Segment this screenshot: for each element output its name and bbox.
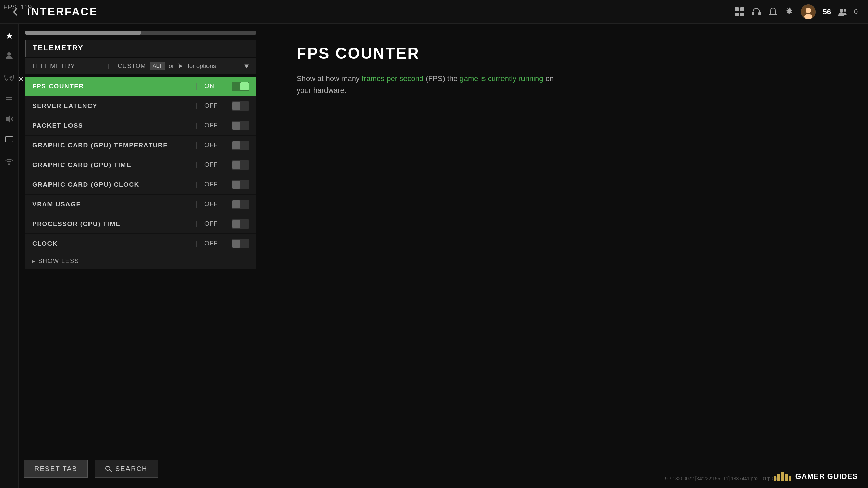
table-row[interactable]: CLOCK|OFF: [25, 234, 256, 253]
gg-bar-1: [774, 476, 776, 481]
sidebar-icon-wifi[interactable]: [5, 157, 14, 168]
setting-name: SERVER LATENCY: [32, 102, 189, 110]
setting-name: CLOCK: [32, 240, 189, 247]
toggle-knob: [232, 181, 240, 189]
setting-value: OFF: [204, 220, 232, 227]
version-text: 9.7.13200072 [34:222:1561+1] 1887441:pp2…: [665, 476, 780, 481]
headset-icon[interactable]: [751, 7, 762, 17]
friends-icon[interactable]: [838, 7, 847, 17]
svg-rect-2: [735, 13, 739, 16]
toggle-switch[interactable]: [232, 219, 249, 229]
toggle-knob: [232, 220, 240, 228]
gg-bar-4: [785, 474, 788, 481]
settings-rows: FPS COUNTER|ONSERVER LATENCY|OFFPACKET L…: [25, 77, 256, 253]
svg-line-27: [110, 470, 112, 472]
desc-game-highlight: game is currently running: [460, 74, 544, 83]
svg-rect-1: [740, 7, 744, 11]
toggle-knob: [232, 240, 240, 248]
dropdown-arrow-icon[interactable]: ▼: [243, 62, 250, 70]
toggle-switch[interactable]: [232, 180, 249, 189]
setting-divider: |: [196, 181, 198, 188]
setting-name: GRAPHIC CARD (GPU) TIME: [32, 161, 189, 169]
fps-description: Show at how many frames per second (FPS)…: [297, 73, 568, 96]
section-header-text: TELEMETRY: [33, 44, 83, 52]
toggle-switch[interactable]: [232, 101, 249, 111]
settings-list: ✕ FPS COUNTER|ONSERVER LATENCY|OFFPACKET…: [25, 77, 256, 269]
gg-bar-3: [781, 472, 784, 481]
toggle-knob: [232, 200, 240, 208]
sidebar-icon-controller[interactable]: [4, 73, 14, 83]
setting-name: GRAPHIC CARD (GPU) CLOCK: [32, 181, 189, 188]
svg-point-11: [840, 9, 843, 12]
table-row[interactable]: VRAM USAGE|OFF: [25, 195, 256, 214]
notification-icon[interactable]: [768, 7, 778, 17]
telemetry-hint2: for options: [188, 63, 216, 70]
toggle-switch[interactable]: [232, 200, 249, 209]
svg-point-13: [7, 52, 11, 56]
toggle-switch[interactable]: [232, 239, 249, 248]
telemetry-or-text: or: [169, 63, 174, 70]
search-button[interactable]: SEARCH: [95, 460, 158, 478]
setting-value: OFF: [204, 102, 232, 109]
telemetry-dropdown-row[interactable]: TELEMETRY | CUSTOM ALT or 🖱 for options …: [25, 58, 256, 74]
toggle-switch[interactable]: [232, 82, 249, 91]
table-row[interactable]: SERVER LATENCY|OFF: [25, 96, 256, 116]
svg-rect-0: [735, 7, 739, 11]
setting-divider: |: [196, 200, 198, 208]
top-bar: FPS: 119 INTERFACE: [0, 0, 868, 24]
table-row[interactable]: PROCESSOR (CPU) TIME|OFF: [25, 214, 256, 234]
sidebar-icon-interface[interactable]: [5, 136, 14, 147]
toggle-knob: [232, 141, 240, 149]
setting-divider: |: [196, 220, 198, 228]
search-label: SEARCH: [115, 465, 147, 473]
table-row[interactable]: GRAPHIC CARD (GPU) TIME|OFF: [25, 155, 256, 175]
user-score: 56: [823, 7, 831, 16]
gamer-guides-text: GAMER GUIDES: [795, 472, 858, 481]
setting-value: OFF: [204, 161, 232, 168]
gamer-guides-logo: [774, 472, 791, 481]
telemetry-label: TELEMETRY: [32, 62, 99, 70]
toggle-switch[interactable]: [232, 160, 249, 170]
table-row[interactable]: FPS COUNTER|ON: [25, 77, 256, 96]
right-panel: FPS COUNTER Show at how many frames per …: [270, 24, 868, 488]
svg-rect-3: [740, 13, 744, 16]
scroll-bar[interactable]: [25, 30, 256, 35]
setting-value: OFF: [204, 122, 232, 129]
main-content: TELEMETRY TELEMETRY | CUSTOM ALT or 🖱 fo…: [19, 24, 263, 488]
telemetry-dropdown[interactable]: CUSTOM ALT or 🖱 for options: [118, 62, 216, 70]
reset-tab-button[interactable]: RESET TAB: [24, 460, 88, 478]
show-less-button[interactable]: SHOW LESS: [25, 253, 256, 269]
sidebar-icon-person[interactable]: [5, 51, 14, 62]
close-icon[interactable]: ✕: [18, 75, 24, 84]
settings-icon[interactable]: [785, 7, 794, 17]
table-row[interactable]: PACKET LOSS|OFF: [25, 116, 256, 136]
setting-name: GRAPHIC CARD (GPU) TEMPERATURE: [32, 142, 189, 149]
desc-fps-text: (FPS) the: [423, 74, 459, 83]
table-row[interactable]: GRAPHIC CARD (GPU) TEMPERATURE|OFF: [25, 136, 256, 155]
toggle-switch[interactable]: [232, 121, 249, 130]
setting-value: OFF: [204, 240, 232, 247]
svg-marker-21: [6, 116, 10, 122]
svg-point-10: [804, 14, 812, 19]
avatar[interactable]: [801, 4, 816, 19]
toggle-knob: [240, 82, 249, 90]
sidebar-icon-star[interactable]: ★: [5, 30, 13, 41]
section-header: TELEMETRY: [25, 40, 256, 57]
table-row[interactable]: GRAPHIC CARD (GPU) CLOCK|OFF: [25, 175, 256, 195]
bottom-bar: RESET TAB SEARCH: [24, 460, 158, 478]
toggle-switch[interactable]: [232, 141, 249, 150]
setting-value: ON: [204, 83, 232, 90]
mouse-icon: 🖱: [177, 62, 184, 70]
toggle-knob: [232, 161, 240, 169]
sidebar-icon-volume[interactable]: [5, 115, 14, 126]
setting-divider: |: [196, 102, 198, 110]
svg-rect-5: [759, 12, 761, 15]
svg-point-12: [844, 9, 846, 12]
setting-name: PROCESSOR (CPU) TIME: [32, 220, 189, 228]
sidebar-icon-layers[interactable]: [5, 93, 14, 104]
gamer-guides: GAMER GUIDES: [774, 472, 858, 481]
toggle-knob: [232, 102, 240, 110]
friend-count: 0: [854, 8, 858, 16]
svg-point-17: [10, 77, 11, 78]
grid-icon[interactable]: [734, 7, 745, 17]
